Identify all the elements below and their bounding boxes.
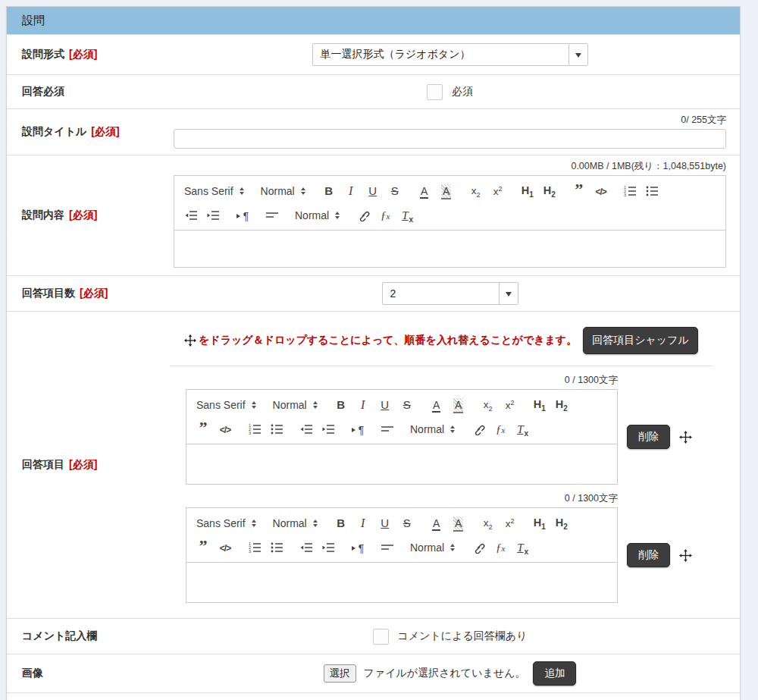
align-button[interactable] [378, 538, 396, 557]
clean-button[interactable]: Tx [513, 538, 531, 557]
outdent-button[interactable] [297, 419, 315, 438]
direction-button[interactable]: ¶ [233, 206, 252, 224]
align-icon [381, 541, 394, 554]
answer-item-editor-body[interactable] [186, 444, 617, 484]
font-select[interactable]: Sans Serif [182, 185, 246, 197]
required-badge: [必須] [69, 458, 97, 472]
bullet-list-button[interactable] [644, 181, 662, 200]
indent-button[interactable] [319, 538, 337, 557]
underline-icon: U [381, 516, 389, 530]
italic-button[interactable]: I [342, 181, 360, 200]
shuffle-items-button[interactable]: 回答項目シャッフル [583, 327, 698, 354]
background-color-button[interactable]: A [437, 181, 456, 200]
move-handle[interactable] [679, 549, 692, 562]
bullet-list-button[interactable] [268, 538, 286, 557]
heading-select[interactable]: Normal [271, 399, 320, 411]
superscript-button[interactable]: x2 [489, 181, 507, 200]
clean-button[interactable]: Tx [398, 206, 416, 224]
bold-button[interactable]: B [332, 513, 350, 532]
required-badge: [必須] [69, 48, 97, 61]
heading-select[interactable]: Normal [258, 185, 308, 197]
link-button[interactable] [469, 419, 487, 438]
ordered-list-button[interactable]: 123 [246, 538, 264, 557]
underline-button[interactable]: U [364, 181, 382, 200]
answer-item-count-dropdown-button[interactable] [499, 283, 518, 304]
move-handle[interactable] [679, 431, 692, 444]
drag-drop-note-text: をドラッグ＆ドロップすることによって、順番を入れ替えることができます。 [199, 334, 577, 347]
indent-button[interactable] [319, 419, 337, 438]
answer-required-checkbox[interactable] [427, 84, 443, 100]
question-title-label: 設問タイトル [必須] [7, 109, 168, 155]
formula-button[interactable]: ƒx [491, 538, 509, 557]
answer-item-count-value: 2 [383, 283, 499, 304]
ordered-list-button[interactable]: 123 [622, 181, 640, 200]
blockquote-button[interactable]: ” [194, 419, 212, 438]
text-color-button[interactable]: A [415, 181, 434, 200]
question-content-editor-body[interactable] [174, 231, 725, 267]
formula-button[interactable]: ƒx [376, 206, 394, 224]
header-2-button[interactable]: H2 [553, 395, 571, 414]
add-image-button[interactable]: 追加 [533, 661, 576, 686]
question-format-select[interactable]: 単一選択形式（ラジオボタン） [312, 43, 588, 66]
file-select-button[interactable]: 選択 [324, 664, 356, 683]
header-2-button[interactable]: H2 [553, 513, 571, 532]
bold-icon: B [337, 398, 345, 412]
lineheight-select[interactable]: Normal [408, 423, 457, 435]
answer-item-count-select[interactable]: 2 [382, 282, 518, 305]
clean-button[interactable]: Tx [513, 419, 531, 438]
superscript-button[interactable]: x2 [501, 395, 519, 414]
outdent-button[interactable] [182, 206, 200, 224]
answer-item-editor-body[interactable] [186, 563, 617, 602]
strike-button[interactable]: S [398, 513, 416, 532]
header-1-button[interactable]: H1 [518, 181, 537, 200]
strike-button[interactable]: S [398, 395, 416, 414]
subscript-button[interactable]: x2 [479, 395, 497, 414]
header-2-button[interactable]: H2 [540, 181, 559, 200]
blockquote-button[interactable]: ” [194, 538, 212, 557]
lineheight-select[interactable]: Normal [293, 209, 342, 221]
move-icon [679, 431, 692, 444]
heading-select[interactable]: Normal [271, 517, 320, 529]
outdent-button[interactable] [297, 538, 315, 557]
subscript-button[interactable]: x2 [479, 513, 497, 532]
bold-button[interactable]: B [320, 181, 338, 200]
superscript-button[interactable]: x2 [501, 513, 519, 532]
answer-required-label: 回答必須 [7, 75, 168, 108]
comment-checkbox[interactable] [373, 629, 389, 645]
direction-button[interactable]: ¶ [349, 538, 367, 557]
lineheight-select[interactable]: Normal [408, 541, 457, 554]
code-block-button[interactable]: </> [592, 181, 610, 200]
italic-button[interactable]: I [354, 513, 372, 532]
text-color-button[interactable]: A [428, 513, 446, 532]
background-color-button[interactable]: A [449, 513, 468, 532]
italic-button[interactable]: I [354, 395, 372, 414]
text-color-button[interactable]: A [428, 395, 446, 414]
ordered-list-button[interactable]: 123 [246, 419, 264, 438]
question-title-input[interactable] [174, 129, 726, 149]
formula-button[interactable]: ƒx [491, 419, 509, 438]
delete-item-button[interactable]: 削除 [627, 543, 670, 567]
code-block-button[interactable]: </> [216, 538, 234, 557]
strike-button[interactable]: S [386, 181, 404, 200]
underline-button[interactable]: U [376, 395, 394, 414]
indent-button[interactable] [204, 206, 222, 224]
background-color-button[interactable]: A [449, 395, 468, 414]
row-answer-item-count: 回答項目数 [必須] 2 [7, 275, 740, 311]
font-select[interactable]: Sans Serif [194, 399, 258, 411]
align-button[interactable] [378, 419, 396, 438]
link-button[interactable] [469, 538, 487, 557]
link-button[interactable] [354, 206, 372, 224]
bold-button[interactable]: B [332, 395, 350, 414]
blockquote-button[interactable]: ” [570, 181, 588, 200]
direction-button[interactable]: ¶ [349, 419, 367, 438]
code-block-button[interactable]: </> [216, 419, 234, 438]
bullet-list-button[interactable] [268, 419, 286, 438]
align-button[interactable] [263, 206, 281, 224]
underline-button[interactable]: U [376, 513, 394, 532]
header-1-button[interactable]: H1 [531, 395, 549, 414]
question-format-dropdown-button[interactable] [568, 44, 587, 65]
font-select[interactable]: Sans Serif [194, 517, 258, 529]
delete-item-button[interactable]: 削除 [627, 425, 670, 449]
header-1-button[interactable]: H1 [531, 513, 549, 532]
subscript-button[interactable]: x2 [467, 181, 485, 200]
